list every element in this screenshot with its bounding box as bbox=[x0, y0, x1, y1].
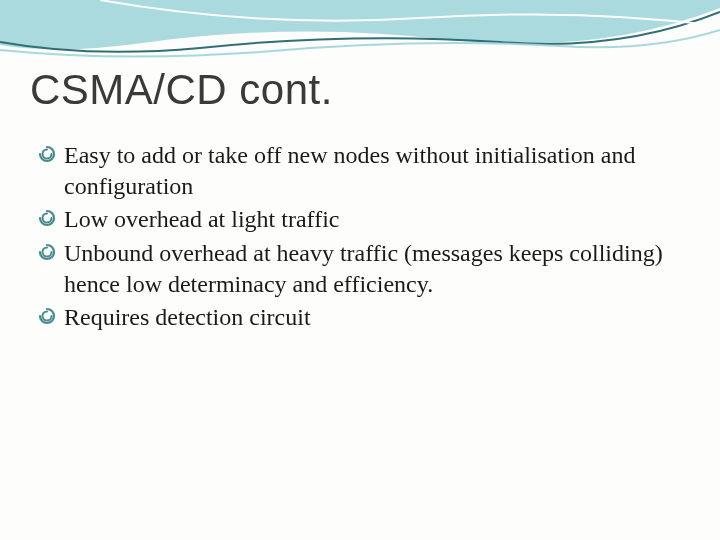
bullet-text: Low overhead at light traffic bbox=[64, 206, 339, 232]
bullet-text: Requires detection circuit bbox=[64, 304, 311, 330]
bullet-icon bbox=[38, 305, 56, 331]
bullet-icon bbox=[38, 207, 56, 233]
content-area: Easy to add or take off new nodes withou… bbox=[38, 140, 680, 335]
bullet-icon bbox=[38, 241, 56, 267]
list-item: Requires detection circuit bbox=[38, 302, 680, 333]
list-item: Low overhead at light traffic bbox=[38, 204, 680, 235]
bullet-text: Unbound overhead at heavy traffic (messa… bbox=[64, 240, 663, 297]
bullet-text: Easy to add or take off new nodes withou… bbox=[64, 142, 635, 199]
bullet-icon bbox=[38, 143, 56, 169]
slide-title: CSMA/CD cont. bbox=[30, 66, 333, 114]
list-item: Easy to add or take off new nodes withou… bbox=[38, 140, 680, 202]
list-item: Unbound overhead at heavy traffic (messa… bbox=[38, 238, 680, 300]
